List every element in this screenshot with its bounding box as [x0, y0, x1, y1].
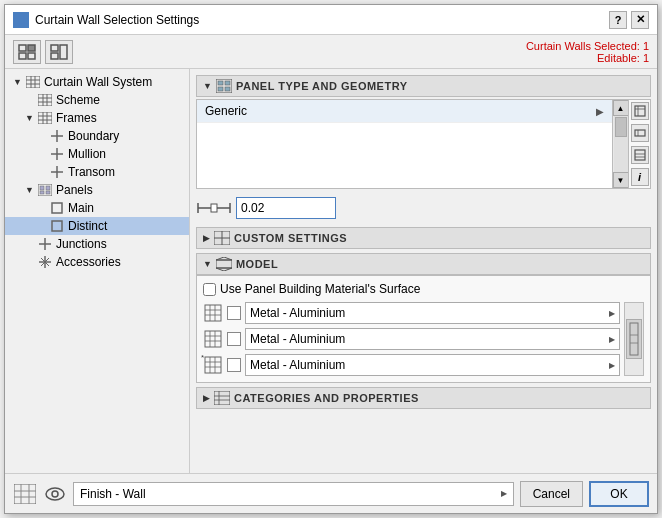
cancel-button[interactable]: Cancel	[520, 481, 583, 507]
material-rows: Metal - Aluminium ▶	[203, 302, 644, 376]
panel-scrollbar: ▲ ▼	[612, 100, 628, 188]
svg-rect-69	[205, 305, 221, 321]
svg-rect-17	[38, 94, 52, 106]
toolbar-btn-2[interactable]	[45, 40, 73, 64]
mat-checkbox-3[interactable]	[227, 358, 241, 372]
categories-expand: ▶	[203, 393, 210, 403]
ok-button[interactable]: OK	[589, 481, 649, 507]
mat-checkbox-2[interactable]	[227, 332, 241, 346]
toolbar-buttons	[13, 40, 73, 64]
accessories-icon	[37, 255, 53, 269]
panel-type-header[interactable]: ▼ PANEL TYPE AND GEOMETRY	[196, 75, 651, 97]
tree-item-mullion[interactable]: Mullion	[5, 145, 189, 163]
svg-rect-66	[216, 260, 232, 268]
use-building-material-row: Use Panel Building Material's Surface	[203, 282, 644, 296]
help-button[interactable]: ?	[609, 11, 627, 29]
panels-icon	[37, 183, 53, 197]
mat-dropdown-arrow-3: ▶	[609, 361, 615, 370]
tree-item-main[interactable]: Main	[5, 199, 189, 217]
model-title: MODEL	[236, 258, 278, 270]
side-icon-2[interactable]	[631, 124, 649, 142]
categories-header[interactable]: ▶ CATEGORIES AND PROPERTIES	[196, 387, 651, 409]
tree-label-boundary: Boundary	[68, 129, 119, 143]
panel-type-title: PANEL TYPE AND GEOMETRY	[236, 80, 408, 92]
bottom-bar: Finish - Wall ▶ Cancel OK	[5, 473, 657, 513]
tree-label-curtain-wall-system: Curtain Wall System	[44, 75, 152, 89]
scroll-thumb[interactable]	[615, 117, 627, 137]
svg-rect-62	[211, 204, 217, 212]
material-item-2: Metal - Aluminium ▶	[203, 328, 620, 350]
custom-settings-icon	[214, 231, 230, 245]
tree-item-distinct[interactable]: Distinct	[5, 217, 189, 235]
model-header[interactable]: ▼ MODEL	[196, 253, 651, 275]
mat-checkbox-1[interactable]	[227, 306, 241, 320]
dialog-window: Curtain Wall Selection Settings ? ✕	[4, 4, 658, 514]
svg-rect-50	[225, 87, 230, 91]
tree-item-boundary[interactable]: Boundary	[5, 127, 189, 145]
svg-rect-11	[60, 45, 67, 59]
svg-rect-87	[214, 391, 230, 405]
finish-label: Finish - Wall	[80, 487, 146, 501]
scroll-track	[614, 116, 628, 172]
svg-rect-34	[40, 186, 44, 190]
tree-item-accessories[interactable]: Accessories	[5, 253, 189, 271]
use-building-material-checkbox[interactable]	[203, 283, 216, 296]
mat-dropdown-1[interactable]: Metal - Aluminium ▶	[245, 302, 620, 324]
mat-dropdown-2[interactable]: Metal - Aluminium ▶	[245, 328, 620, 350]
tree-item-transom[interactable]: Transom	[5, 163, 189, 181]
svg-rect-56	[635, 150, 645, 160]
tree-label-panels: Panels	[56, 183, 93, 197]
custom-settings-title: CUSTOM SETTINGS	[234, 232, 347, 244]
side-icon-info[interactable]: i	[631, 168, 649, 186]
custom-settings-section: ▶ CUSTOM SETTINGS	[196, 227, 651, 249]
svg-rect-54	[635, 130, 645, 136]
scroll-up-btn[interactable]: ▲	[613, 100, 629, 116]
svg-rect-74	[205, 331, 221, 347]
tree-item-frames[interactable]: ▼ Frames	[5, 109, 189, 127]
svg-rect-7	[28, 45, 35, 51]
tree-label-transom: Transom	[68, 165, 115, 179]
main-content: ▼ Curtain Wall System Scheme ▼	[5, 69, 657, 473]
svg-rect-39	[52, 221, 62, 231]
finish-dropdown[interactable]: Finish - Wall ▶	[73, 482, 514, 506]
side-icon-1[interactable]	[631, 102, 649, 120]
svg-rect-36	[40, 191, 44, 194]
svg-rect-10	[51, 53, 58, 59]
panel-generic-item[interactable]: Generic ▶	[197, 100, 612, 123]
scheme-icon	[37, 93, 53, 107]
toolbar-btn-1[interactable]	[13, 40, 41, 64]
tree-item-panels[interactable]: ▼ Panels	[5, 181, 189, 199]
expand-arrow-frames: ▼	[25, 113, 37, 123]
title-bar-buttons: ? ✕	[609, 11, 649, 29]
svg-marker-68	[216, 268, 232, 271]
dialog-title: Curtain Wall Selection Settings	[35, 13, 199, 27]
svg-rect-0	[14, 13, 28, 27]
model-section: ▼ MODEL Use Panel Building Material's Su…	[196, 253, 651, 383]
tree-label-frames: Frames	[56, 111, 97, 125]
material-item-3: * Metal - Aluminium ▶	[203, 354, 620, 376]
panel-type-icon	[216, 79, 232, 93]
mat-dropdown-3[interactable]: Metal - Aluminium ▶	[245, 354, 620, 376]
finish-layer-icon	[13, 482, 37, 506]
svg-rect-37	[46, 191, 50, 194]
tree-label-accessories: Accessories	[56, 255, 121, 269]
svg-rect-48	[225, 81, 230, 85]
svg-rect-79	[205, 357, 221, 373]
custom-settings-header[interactable]: ▶ CUSTOM SETTINGS	[196, 227, 651, 249]
tree-label-mullion: Mullion	[68, 147, 106, 161]
scroll-down-btn[interactable]: ▼	[613, 172, 629, 188]
tree-item-curtain-wall-system[interactable]: ▼ Curtain Wall System	[5, 73, 189, 91]
tree-label-main: Main	[68, 201, 94, 215]
mat-icon-3: *	[203, 355, 223, 375]
use-building-material-label: Use Panel Building Material's Surface	[220, 282, 420, 296]
panel-side-icons: i	[628, 100, 650, 188]
side-icon-3[interactable]	[631, 146, 649, 164]
close-button[interactable]: ✕	[631, 11, 649, 29]
mat-label-2: Metal - Aluminium	[250, 332, 345, 346]
transom-icon	[49, 165, 65, 179]
title-bar-left: Curtain Wall Selection Settings	[13, 12, 199, 28]
tree-item-scheme[interactable]: Scheme	[5, 91, 189, 109]
tree-item-junctions[interactable]: Junctions	[5, 235, 189, 253]
svg-rect-5	[19, 45, 26, 51]
dimension-input[interactable]	[236, 197, 336, 219]
